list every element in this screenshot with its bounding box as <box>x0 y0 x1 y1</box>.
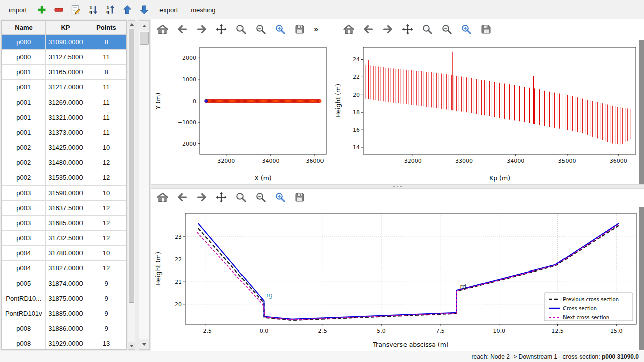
panel-scroll-down-button[interactable] <box>139 339 149 349</box>
table-row[interactable]: p00031090.00008 <box>2 35 127 50</box>
name-cell[interactable]: p000 <box>2 50 46 65</box>
zoom-button[interactable] <box>233 190 249 205</box>
points-cell[interactable]: 10 <box>86 186 127 201</box>
table-row[interactable]: p00331590.000010 <box>2 186 127 201</box>
points-cell[interactable]: 13 <box>86 336 127 350</box>
table-row[interactable]: p00431780.000010 <box>2 246 127 261</box>
save-button[interactable] <box>292 22 307 37</box>
table-row[interactable]: p00031127.500011 <box>2 50 127 65</box>
name-cell[interactable]: p004 <box>2 261 46 276</box>
home-button[interactable] <box>155 190 170 205</box>
remove-cross-section-button[interactable] <box>51 2 66 17</box>
subplots-button[interactable] <box>439 22 454 37</box>
kp-cell[interactable]: 31929.0000 <box>46 336 86 350</box>
kp-cell[interactable]: 31886.0000 <box>46 321 86 336</box>
horizontal-splitter[interactable] <box>151 184 644 189</box>
name-cell[interactable]: p003 <box>2 186 46 201</box>
customize-button[interactable] <box>273 190 288 205</box>
points-cell[interactable]: 10 <box>86 140 127 155</box>
name-cell[interactable]: p001 <box>2 65 46 80</box>
profile-view-canvas[interactable]: 3200033000340003500036000141618202224Kp … <box>333 40 639 184</box>
add-cross-section-button[interactable] <box>34 2 49 17</box>
points-cell[interactable]: 11 <box>86 110 127 125</box>
kp-cell[interactable]: 31885.0000 <box>46 306 86 321</box>
save-button[interactable] <box>292 190 307 205</box>
table-row[interactable]: p00831886.00009 <box>2 321 127 336</box>
meshing-button[interactable]: meshing <box>185 3 221 17</box>
panel-scrollbar[interactable] <box>139 20 150 350</box>
kp-cell[interactable]: 31780.0000 <box>46 246 86 261</box>
points-cell[interactable]: 9 <box>86 306 127 321</box>
zoom-button[interactable] <box>420 22 435 37</box>
table-row[interactable]: PontRD101v31885.00009 <box>2 306 127 321</box>
points-cell[interactable]: 11 <box>86 80 127 95</box>
pan-button[interactable] <box>214 22 229 37</box>
right-scrollbar-top[interactable] <box>639 40 644 184</box>
panel-scrollbar-thumb[interactable] <box>140 32 149 45</box>
table-row[interactable]: p00131373.000011 <box>2 125 127 140</box>
back-button[interactable] <box>175 190 190 205</box>
name-cell[interactable]: p001 <box>2 95 46 110</box>
back-button[interactable] <box>361 22 376 37</box>
table-row[interactable]: p00231480.000012 <box>2 155 127 170</box>
table-row[interactable]: PontRD10...31875.00009 <box>2 291 127 306</box>
table-row[interactable]: p00231535.000012 <box>2 170 127 186</box>
plan-view-canvas[interactable]: 320003400036000−2000−1000010002000X (m)Y… <box>153 40 332 184</box>
points-cell[interactable]: 9 <box>86 276 127 291</box>
table-row[interactable]: p00831929.000013 <box>2 336 127 350</box>
panel-scroll-up-button[interactable] <box>139 21 149 31</box>
table-row[interactable]: p00431827.000012 <box>2 261 127 276</box>
name-cell[interactable]: p000 <box>2 35 46 50</box>
kp-cell[interactable]: 31373.0000 <box>46 125 86 140</box>
customize-button[interactable] <box>459 22 474 37</box>
points-cell[interactable]: 12 <box>86 155 127 170</box>
move-down-button[interactable] <box>137 2 152 17</box>
name-cell[interactable]: p005 <box>2 276 46 291</box>
points-cell[interactable]: 9 <box>86 291 127 306</box>
kp-cell[interactable]: 31535.0000 <box>46 170 86 186</box>
name-cell[interactable]: PontRD10... <box>2 291 46 306</box>
forward-button[interactable] <box>380 22 395 37</box>
home-button[interactable] <box>155 22 170 37</box>
forward-button[interactable] <box>194 190 209 205</box>
kp-cell[interactable]: 31480.0000 <box>46 155 86 170</box>
kp-cell[interactable]: 31425.0000 <box>46 140 86 155</box>
pan-button[interactable] <box>214 190 229 205</box>
points-cell[interactable]: 11 <box>86 125 127 140</box>
kp-cell[interactable]: 31269.0000 <box>46 95 86 110</box>
table-row[interactable]: p00131269.000011 <box>2 95 127 110</box>
points-cell[interactable]: 8 <box>86 65 127 80</box>
points-cell[interactable]: 12 <box>86 216 127 231</box>
kp-cell[interactable]: 31165.0000 <box>46 65 86 80</box>
points-cell[interactable]: 12 <box>86 231 127 246</box>
name-cell[interactable]: p003 <box>2 216 46 231</box>
right-scrollbar-bottom[interactable] <box>639 207 644 350</box>
name-cell[interactable]: p003 <box>2 231 46 246</box>
name-cell[interactable]: p004 <box>2 246 46 261</box>
points-cell[interactable]: 10 <box>86 246 127 261</box>
sort-descending-button[interactable]: 1 9 <box>103 2 118 17</box>
kp-cell[interactable]: 31827.0000 <box>46 261 86 276</box>
table-row[interactable]: p00331637.500012 <box>2 201 127 216</box>
save-button[interactable] <box>478 22 494 37</box>
name-cell[interactable]: p002 <box>2 170 46 186</box>
points-cell[interactable]: 12 <box>86 201 127 216</box>
column-header-points[interactable]: Points <box>86 21 127 35</box>
name-cell[interactable]: p001 <box>2 110 46 125</box>
table-scrollbar[interactable] <box>128 20 135 350</box>
subplots-button[interactable] <box>253 22 268 37</box>
sort-ascending-button[interactable]: 1 9 <box>86 2 101 17</box>
points-cell[interactable]: 12 <box>86 170 127 186</box>
zoom-button[interactable] <box>233 22 249 37</box>
subplots-button[interactable] <box>253 190 268 205</box>
column-header-kp[interactable]: KP <box>46 21 86 35</box>
points-cell[interactable]: 11 <box>86 50 127 65</box>
name-cell[interactable]: p003 <box>2 201 46 216</box>
forward-button[interactable] <box>194 22 209 37</box>
name-cell[interactable]: p002 <box>2 155 46 170</box>
table-row[interactable]: p00331732.500012 <box>2 231 127 246</box>
kp-cell[interactable]: 31874.0000 <box>46 276 86 291</box>
kp-cell[interactable]: 31127.5000 <box>46 50 86 65</box>
cross-section-canvas[interactable]: −2.50.02.55.07.510.012.515.020212223Tran… <box>153 207 640 350</box>
table-row[interactable]: p00331685.000012 <box>2 216 127 231</box>
